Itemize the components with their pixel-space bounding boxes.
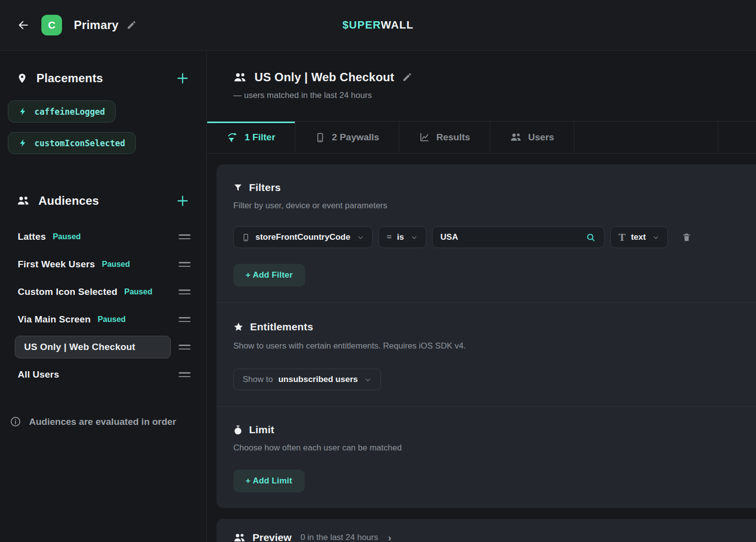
filter-value-field[interactable] <box>432 226 604 248</box>
smartphone-icon <box>242 233 250 242</box>
type-symbol: T <box>619 232 626 243</box>
audience-row[interactable]: Via Main Screen Paused <box>8 306 198 333</box>
paused-badge: Paused <box>97 315 126 324</box>
add-filter-button[interactable]: + Add Filter <box>233 264 305 287</box>
preview-title: Preview <box>252 532 291 542</box>
audiences-list: Lattes Paused First Week Users Paused Cu… <box>8 223 198 388</box>
show-to-label: Show to <box>243 375 273 384</box>
parameter-dropdown[interactable]: storeFrontCountryCode <box>233 226 373 248</box>
footer-note-text: Audiences are evaluated in order <box>29 416 176 427</box>
back-button[interactable] <box>16 18 31 32</box>
main-panel: US Only | Web Checkout — users matched i… <box>207 51 756 542</box>
placements-list: caffeineLogged customIconSelected <box>8 100 198 154</box>
tab-users[interactable]: Users <box>490 122 574 153</box>
page-subtitle: — users matched in the last 24 hours <box>233 91 756 100</box>
audience-row[interactable]: Lattes Paused <box>8 223 198 251</box>
two-users-icon <box>510 132 522 142</box>
chevron-down-icon <box>410 234 418 241</box>
tab-filter[interactable]: 1 Filter <box>207 122 295 153</box>
audience-name: US Only | Web Checkout <box>24 342 135 352</box>
placements-title: Placements <box>36 71 103 85</box>
info-icon <box>10 416 21 427</box>
audience-row-inner: Via Main Screen Paused <box>15 314 171 325</box>
logo-primary: $UPER <box>343 19 381 31</box>
limit-title: Limit <box>249 424 274 436</box>
search-icon <box>586 232 596 243</box>
audience-name: First Week Users <box>18 259 95 270</box>
line-chart-icon <box>419 132 430 143</box>
add-limit-button[interactable]: + Add Limit <box>233 470 305 492</box>
placement-label: customIconSelected <box>34 138 125 148</box>
audiences-title: Audiences <box>38 194 99 208</box>
tab-label: Users <box>528 132 554 143</box>
add-placement-button[interactable] <box>176 71 189 85</box>
drag-handle[interactable] <box>178 232 191 241</box>
audience-row-inner: US Only | Web Checkout <box>15 336 171 358</box>
paused-badge: Paused <box>53 232 81 241</box>
audiences-footer-note: Audiences are evaluated in order <box>8 416 198 427</box>
audience-row[interactable]: All Users <box>8 361 198 388</box>
tab-bar-spacer <box>574 122 718 153</box>
audience-row[interactable]: Custom Icon Selected Paused <box>8 278 198 306</box>
tab-label: 1 Filter <box>245 132 275 143</box>
drag-handle[interactable] <box>178 260 191 269</box>
drag-handle[interactable] <box>178 315 191 324</box>
entitlements-description: Show to users with certain entitlements.… <box>233 341 747 351</box>
limit-section: Limit Choose how often each user can be … <box>217 407 756 508</box>
trash-icon <box>682 232 692 242</box>
tab-label: 2 Paywalls <box>332 132 379 143</box>
placement-chip[interactable]: customIconSelected <box>8 132 136 154</box>
filter-value-input[interactable] <box>441 232 568 242</box>
tab-paywalls[interactable]: 2 Paywalls <box>295 122 399 153</box>
edit-audience-icon[interactable] <box>402 72 412 82</box>
preview-card[interactable]: Preview 0 in the last 24 hours › <box>217 519 756 542</box>
audience-name: Via Main Screen <box>18 314 91 325</box>
drag-handle[interactable] <box>178 370 191 379</box>
logo-secondary: WALL <box>381 19 413 31</box>
arrow-left-icon <box>17 19 30 32</box>
operator-value: is <box>397 232 404 242</box>
funnel-icon <box>233 183 243 192</box>
delete-filter-button[interactable] <box>682 232 692 242</box>
audience-row-inner: All Users <box>15 369 171 380</box>
superwall-logo: $UPERWALL <box>343 19 413 32</box>
two-users-icon <box>17 195 30 206</box>
chevron-down-icon <box>652 234 660 241</box>
audience-row-inner: First Week Users Paused <box>15 259 171 270</box>
audience-row[interactable]: First Week Users Paused <box>8 251 198 278</box>
app-avatar[interactable]: C <box>41 15 62 35</box>
audience-detail-header: US Only | Web Checkout <box>233 70 756 85</box>
lightning-icon <box>19 139 27 147</box>
two-users-icon <box>233 72 247 83</box>
filters-title: Filters <box>249 182 281 193</box>
audience-name: All Users <box>18 369 59 380</box>
paused-badge: Paused <box>102 260 130 269</box>
filters-section: Filters Filter by user, device or event … <box>217 164 756 302</box>
placement-chip[interactable]: caffeineLogged <box>8 100 116 123</box>
project-title: Primary <box>74 18 119 32</box>
tab-label: Results <box>436 132 470 143</box>
star-icon <box>233 322 244 332</box>
show-to-dropdown[interactable]: Show to unsubscribed users <box>233 369 381 390</box>
funnel-arrow-icon <box>227 132 238 143</box>
add-audience-button[interactable] <box>176 194 189 208</box>
audience-settings-card: Filters Filter by user, device or event … <box>217 164 756 508</box>
entitlements-title: Entitlements <box>250 321 313 333</box>
audiences-header: Audiences <box>8 192 198 209</box>
drag-handle[interactable] <box>178 343 191 351</box>
page-title: US Only | Web Checkout <box>254 70 394 84</box>
operator-symbol: = <box>387 232 392 242</box>
preview-meta: 0 in the last 24 hours <box>300 533 378 542</box>
audience-row-inner: Custom Icon Selected Paused <box>15 287 171 297</box>
type-dropdown[interactable]: T text <box>610 226 668 248</box>
chevron-down-icon <box>357 234 364 241</box>
operator-dropdown[interactable]: = is <box>378 226 426 248</box>
placements-header: Placements <box>8 70 198 87</box>
entitlements-section: Entitlements Show to users with certain … <box>217 303 756 406</box>
audience-row-selected[interactable]: US Only | Web Checkout <box>8 333 198 361</box>
audience-row-inner: Lattes Paused <box>15 231 171 242</box>
tab-results[interactable]: Results <box>399 122 490 153</box>
edit-project-icon[interactable] <box>126 20 136 30</box>
filter-row: storeFrontCountryCode = is <box>233 226 747 248</box>
drag-handle[interactable] <box>178 287 191 296</box>
